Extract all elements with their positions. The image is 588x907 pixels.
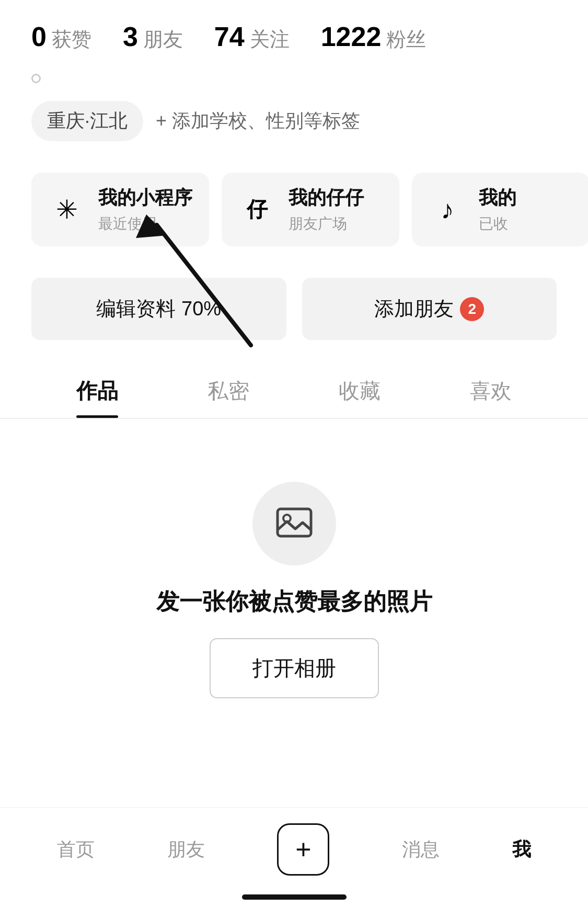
- tab-works-label: 作品: [76, 379, 118, 402]
- mini-app-sub-1: 朋友广场: [289, 214, 364, 234]
- tab-favorites-label: 收藏: [339, 379, 381, 402]
- empty-state-text: 发一张你被点赞最多的照片: [156, 586, 432, 617]
- likes-number: 0: [31, 21, 47, 52]
- nav-home-label: 首页: [57, 837, 95, 863]
- nav-messages-label: 消息: [402, 837, 440, 863]
- status-dot: [31, 74, 41, 83]
- add-friend-label: 添加朋友: [374, 296, 454, 322]
- mini-app-sub-0: 最近使用: [98, 214, 192, 234]
- location-tag[interactable]: 重庆·江北: [31, 101, 143, 141]
- mini-app-icon-1: 仔: [238, 191, 276, 229]
- tab-private[interactable]: 私密: [163, 366, 294, 418]
- following-stat[interactable]: 74 关注: [214, 21, 290, 53]
- followers-stat[interactable]: 1222 粉丝: [321, 21, 426, 53]
- bottom-nav: 首页 朋友 + 消息 我: [0, 807, 588, 876]
- plus-icon: +: [295, 834, 311, 865]
- tab-works[interactable]: 作品: [31, 366, 163, 418]
- tags-row: 重庆·江北 + 添加学校、性别等标签: [0, 96, 588, 162]
- mini-app-icon-0: ✳: [48, 191, 86, 229]
- open-album-button[interactable]: 打开相册: [210, 638, 379, 698]
- mini-app-name-0: 我的小程序: [98, 185, 192, 211]
- friends-label: 朋友: [143, 26, 183, 53]
- empty-state: 发一张你被点赞最多的照片 打开相册: [0, 419, 588, 730]
- tab-private-label: 私密: [207, 379, 249, 402]
- add-friend-badge: 2: [460, 297, 484, 321]
- tab-likes[interactable]: 喜欢: [425, 366, 557, 418]
- mini-app-item-0[interactable]: ✳ 我的小程序 最近使用: [31, 173, 209, 246]
- dot-row: [0, 69, 588, 96]
- svg-rect-2: [278, 509, 311, 536]
- nav-friends[interactable]: 朋友: [167, 837, 205, 863]
- likes-stat[interactable]: 0 获赞: [31, 21, 91, 53]
- friends-number: 3: [123, 21, 138, 52]
- mini-app-sub-2: 已收: [479, 214, 516, 234]
- mini-app-info-1: 我的仔仔 朋友广场: [289, 185, 364, 234]
- add-tag-button[interactable]: + 添加学校、性别等标签: [156, 108, 360, 134]
- mini-app-item-1[interactable]: 仔 我的仔仔 朋友广场: [222, 173, 399, 246]
- empty-icon-wrapper: [252, 482, 336, 565]
- nav-plus-button[interactable]: +: [277, 823, 329, 876]
- tab-favorites[interactable]: 收藏: [294, 366, 425, 418]
- nav-me-label: 我: [512, 837, 531, 863]
- tabs-row: 作品 私密 收藏 喜欢: [0, 366, 588, 419]
- following-label: 关注: [250, 26, 290, 53]
- tab-likes-label: 喜欢: [470, 379, 512, 402]
- nav-home[interactable]: 首页: [57, 837, 95, 863]
- following-number: 74: [214, 21, 245, 52]
- nav-friends-label: 朋友: [167, 837, 205, 863]
- likes-label: 获赞: [52, 26, 91, 53]
- mini-app-name-1: 我的仔仔: [289, 185, 364, 211]
- mini-app-item-2[interactable]: ♪ 我的 已收: [412, 173, 588, 246]
- mini-app-icon-2: ♪: [429, 191, 466, 229]
- mini-app-info-0: 我的小程序 最近使用: [98, 185, 192, 234]
- followers-number: 1222: [321, 21, 382, 52]
- edit-profile-button[interactable]: 编辑资料 70%: [31, 278, 286, 340]
- add-friend-button[interactable]: 添加朋友 2: [302, 278, 557, 340]
- nav-me[interactable]: 我: [512, 837, 531, 863]
- mini-app-name-2: 我的: [479, 185, 516, 211]
- mini-app-info-2: 我的 已收: [479, 185, 516, 234]
- mini-apps-row: ✳ 我的小程序 最近使用 仔 我的仔仔 朋友广场 ♪ 我的 已收: [0, 162, 588, 262]
- nav-messages[interactable]: 消息: [402, 837, 440, 863]
- stats-row: 0 获赞 3 朋友 74 关注 1222 粉丝: [0, 0, 588, 69]
- edit-profile-label: 编辑资料 70%: [96, 296, 221, 322]
- home-indicator: [242, 894, 347, 900]
- action-buttons-row: 编辑资料 70% 添加朋友 2: [0, 262, 588, 361]
- image-placeholder-icon: [273, 503, 315, 545]
- followers-label: 粉丝: [386, 26, 426, 53]
- friends-stat[interactable]: 3 朋友: [123, 21, 183, 53]
